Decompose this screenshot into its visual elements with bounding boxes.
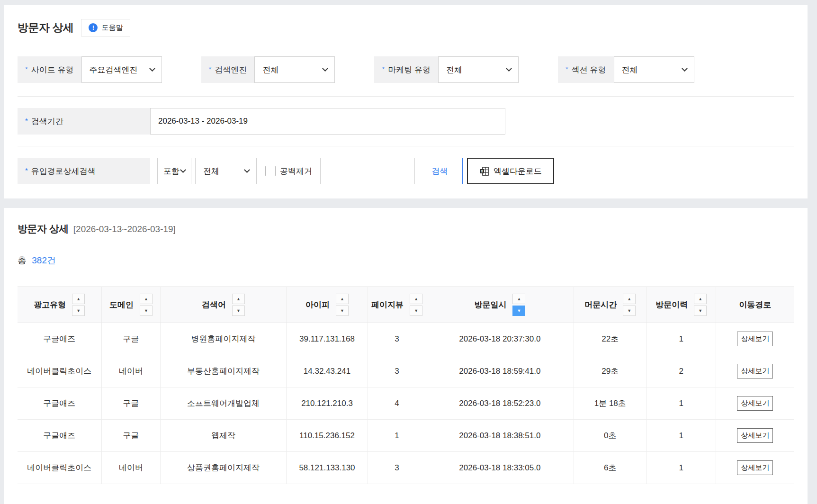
marketing-type-label: * 마케팅 유형: [374, 56, 438, 83]
table-cell: 네이버클릭초이스: [18, 355, 101, 387]
table-head: 광고유형▲▼도메인▲▼검색어▲▼아이피▲▼페이지뷰▲▼방문일시▲▼머문시간▲▼방…: [18, 287, 794, 323]
table-cell: 2026-03-18 18:33:05.0: [426, 452, 574, 484]
table-row: 네이버클릭초이스네이버부동산홈페이지제작14.32.43.24132026-03…: [18, 355, 794, 387]
period-label-text: 검색기간: [31, 116, 63, 127]
keyword-input[interactable]: [320, 158, 415, 184]
search-engine-value: 전체: [262, 64, 278, 75]
marketing-type-label-text: 마케팅 유형: [388, 64, 431, 75]
total-count[interactable]: 382건: [32, 255, 56, 265]
results-panel: 방문자 상세 [2026-03-13~2026-03-19] 총 382건 광고…: [4, 208, 808, 504]
chevron-down-icon: [180, 167, 186, 173]
search-button[interactable]: 검색: [417, 158, 463, 184]
sort-asc-button[interactable]: ▲: [140, 294, 153, 304]
detail-view-button[interactable]: 상세보기: [737, 364, 773, 378]
excel-download-button[interactable]: x 엑셀다운로드: [467, 158, 554, 184]
sort-asc-button[interactable]: ▲: [72, 294, 85, 304]
filter-row-3: * 유입경로상세검색 포함 전체 공백제거 검색: [18, 146, 794, 184]
site-type-group: * 사이트 유형 주요검색엔진: [18, 56, 162, 83]
sort-desc-button[interactable]: ▼: [694, 306, 707, 316]
sort-control: ▲▼: [72, 294, 85, 316]
column-header: 페이지뷰▲▼: [368, 287, 426, 323]
table-cell-actions: 상세보기: [716, 420, 794, 452]
search-engine-select[interactable]: 전체: [254, 56, 335, 83]
period-label: * 검색기간: [18, 108, 150, 135]
site-type-value: 주요검색엔진: [90, 64, 138, 75]
scope-select[interactable]: 전체: [195, 158, 257, 184]
table-cell: 22초: [574, 323, 646, 355]
section-type-label-text: 섹션 유형: [572, 64, 606, 75]
sort-asc-button[interactable]: ▲: [232, 294, 245, 304]
sort-control: ▲▼: [336, 294, 349, 316]
detail-view-button[interactable]: 상세보기: [737, 332, 773, 346]
table-cell-actions: 상세보기: [716, 355, 794, 387]
table-body: 구글애즈구글병원홈페이지제작39.117.131.16832026-03-18 …: [18, 323, 794, 484]
remove-whitespace-label: 공백제거: [280, 166, 312, 177]
sort-asc-button[interactable]: ▲: [623, 294, 636, 304]
sort-desc-button[interactable]: ▼: [72, 306, 85, 316]
sort-desc-button[interactable]: ▼: [623, 306, 636, 316]
column-label: 아이피: [305, 299, 330, 310]
results-title-row: 방문자 상세 [2026-03-13~2026-03-19]: [18, 222, 794, 235]
sort-desc-button[interactable]: ▼: [140, 306, 153, 316]
sort-desc-button[interactable]: ▼: [410, 306, 422, 316]
table-cell: 2026-03-18 18:59:41.0: [426, 355, 574, 387]
detail-view-button[interactable]: 상세보기: [737, 428, 773, 443]
chevron-down-icon: [323, 65, 329, 72]
table-cell: 3: [368, 323, 426, 355]
section-type-group: * 섹션 유형 전체: [558, 56, 694, 83]
search-engine-label: * 검색엔진: [201, 56, 255, 83]
table-cell: 58.121.133.130: [286, 452, 368, 484]
include-select[interactable]: 포함: [157, 158, 191, 184]
table-cell: 14.32.43.241: [286, 355, 368, 387]
sort-asc-button[interactable]: ▲: [512, 294, 525, 304]
help-button[interactable]: ! 도움말: [81, 19, 130, 36]
table-cell-actions: 상세보기: [716, 323, 794, 355]
total-line: 총 382건: [18, 254, 794, 267]
sort-desc-button[interactable]: ▼: [512, 306, 525, 316]
period-input[interactable]: [150, 108, 505, 135]
sort-desc-button[interactable]: ▼: [232, 306, 245, 316]
table-cell: 부동산홈페이지제작: [161, 355, 287, 387]
section-type-select[interactable]: 전체: [614, 56, 694, 83]
sort-control: ▲▼: [232, 294, 245, 316]
visitor-table: 광고유형▲▼도메인▲▼검색어▲▼아이피▲▼페이지뷰▲▼방문일시▲▼머문시간▲▼방…: [18, 287, 794, 484]
detail-view-button[interactable]: 상세보기: [737, 396, 773, 411]
marketing-type-value: 전체: [446, 64, 462, 75]
site-type-label-text: 사이트 유형: [31, 64, 74, 75]
sort-control: ▲▼: [512, 294, 525, 316]
table-cell: 네이버: [101, 355, 161, 387]
table-cell: 구글: [101, 323, 161, 355]
sort-desc-button[interactable]: ▼: [336, 306, 349, 316]
sort-control: ▲▼: [140, 294, 153, 316]
table-cell: 네이버: [101, 452, 161, 484]
column-header: 이동경로: [716, 287, 794, 323]
remove-whitespace-checkbox[interactable]: [265, 166, 276, 176]
sort-asc-button[interactable]: ▲: [694, 294, 707, 304]
site-type-select[interactable]: 주요검색엔진: [81, 56, 162, 83]
section-type-value: 전체: [622, 64, 638, 75]
column-label: 머문시간: [584, 299, 617, 310]
marketing-type-group: * 마케팅 유형 전체: [374, 56, 519, 83]
table-cell: 구글애즈: [18, 387, 101, 420]
table-cell: 2: [646, 355, 716, 387]
marketing-type-select[interactable]: 전체: [438, 56, 519, 83]
column-label: 페이지뷰: [371, 299, 404, 310]
filter-row-1: * 사이트 유형 주요검색엔진 * 검색엔진 전체: [18, 56, 794, 97]
table-cell: 소프트웨어개발업체: [161, 387, 287, 420]
table-cell: 1: [646, 452, 716, 484]
table-cell: 1: [646, 387, 716, 420]
sort-asc-button[interactable]: ▲: [410, 294, 422, 304]
detail-view-button[interactable]: 상세보기: [737, 460, 773, 475]
column-header: 방문이력▲▼: [646, 287, 716, 323]
table-cell: 0초: [574, 420, 646, 452]
filter-row-2: * 검색기간: [18, 97, 794, 146]
table-cell: 110.15.236.152: [286, 420, 368, 452]
sort-control: ▲▼: [623, 294, 636, 316]
sort-asc-button[interactable]: ▲: [336, 294, 349, 304]
table-cell: 1: [646, 323, 716, 355]
filters: * 사이트 유형 주요검색엔진 * 검색엔진 전체: [18, 56, 794, 184]
table-cell: 2026-03-18 18:38:51.0: [426, 420, 574, 452]
table-cell: 3: [368, 452, 426, 484]
required-marker: *: [382, 65, 385, 73]
required-marker: *: [25, 65, 28, 73]
